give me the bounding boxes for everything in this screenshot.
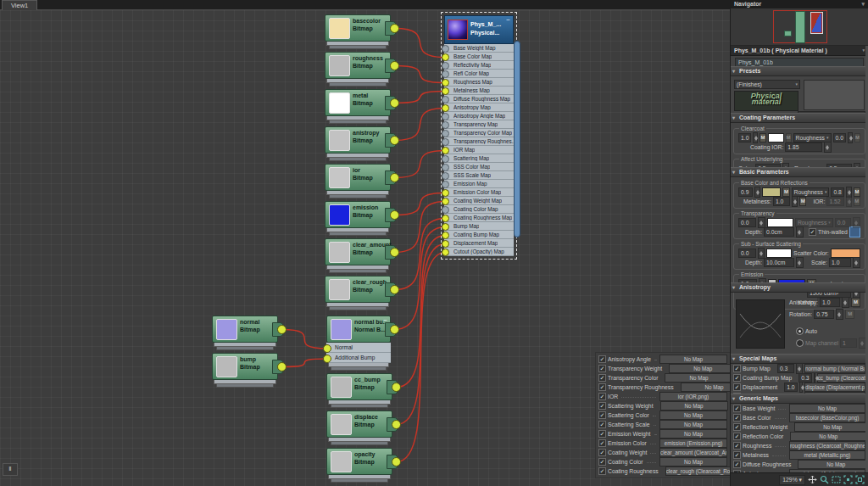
base-color-map-button[interactable]: M [782, 187, 789, 197]
pan-icon[interactable] [808, 475, 817, 484]
scale-field[interactable]: 1.0 [829, 258, 851, 267]
collapse-icon[interactable]: − [506, 17, 510, 24]
map-button[interactable]: No Map [669, 364, 731, 373]
bitmap-node-clear_rough[interactable]: clear_roughBitmap [325, 276, 391, 310]
transparency-roughness-spinner[interactable] [853, 217, 860, 228]
output-socket[interactable] [392, 457, 401, 466]
output-socket[interactable] [390, 285, 399, 294]
map-button[interactable]: No Map [659, 411, 727, 420]
input-slot[interactable]: Normal [326, 343, 391, 353]
map-channel-field[interactable]: 1 [840, 338, 857, 348]
bitmap-node-clear_amount[interactable]: clear_amountBitmap [325, 238, 391, 273]
checkbox[interactable]: ✓ [598, 430, 606, 438]
material-slot-displacement-map[interactable]: Displacement Map [444, 239, 514, 248]
coating-ior-spinner[interactable] [824, 142, 832, 153]
auto-radio[interactable] [796, 327, 804, 335]
output-socket[interactable] [390, 325, 399, 334]
input-socket[interactable] [442, 147, 449, 154]
zoom-extents-icon[interactable] [843, 475, 853, 484]
depth-spinner[interactable] [796, 226, 804, 237]
material-selector[interactable]: Phys_M_01b ( Physical Material ) ▾ [731, 46, 868, 56]
checkbox[interactable]: ✓ [598, 383, 606, 391]
material-slot-base-weight-map[interactable]: Base Weight Map [444, 44, 514, 53]
thin-walled-checkbox[interactable]: ✓ [809, 228, 816, 236]
node-scroll-handle[interactable] [514, 41, 520, 237]
amount-field[interactable]: 0.3 [777, 364, 794, 373]
checkbox[interactable]: ✓ [598, 467, 606, 475]
coating-ior-field[interactable]: 1.85 [785, 142, 822, 152]
material-slot-coating-weight-map[interactable]: Coating Weight Map [444, 197, 514, 205]
transparency-spinner[interactable] [758, 217, 765, 228]
material-slot-sss-color-map[interactable]: SSS Color Map [444, 163, 514, 171]
checkbox[interactable]: ✓ [733, 374, 741, 382]
tab-view1[interactable]: View1 [2, 0, 37, 10]
depth-field[interactable]: 0.0cm [764, 227, 794, 237]
checkbox[interactable]: ✓ [598, 439, 606, 447]
material-slot-bump-map[interactable]: Bump Map [444, 222, 514, 231]
checkbox[interactable]: ✓ [598, 449, 606, 456]
input-socket[interactable] [442, 249, 449, 256]
composite-node-normal_bump[interactable]: normal bu...Normal B...−NormalAdditional… [326, 316, 391, 371]
wire-clear_rough[interactable] [395, 219, 446, 290]
sss-weight-field[interactable]: 0.0 [738, 249, 756, 258]
map-button[interactable]: No Map [659, 457, 727, 466]
checkbox[interactable]: ✓ [598, 458, 606, 466]
rotation-field[interactable]: 0.75 [814, 310, 834, 319]
map-button[interactable]: emission (Emission.png) [659, 439, 727, 448]
transparency-field[interactable]: 0.0 [738, 218, 756, 227]
output-socket[interactable] [390, 61, 399, 70]
output-socket[interactable] [390, 98, 399, 108]
material-slot-coating-bump-map[interactable]: Coating Bump Map [444, 231, 514, 239]
material-slot-diffuse-roughness-map[interactable]: Diffuse Roughness Map [444, 95, 514, 103]
input-socket[interactable] [442, 70, 449, 78]
material-slot-scattering-map[interactable]: Scattering Map [444, 154, 514, 163]
checkbox[interactable]: ✓ [598, 393, 606, 400]
rollout-basic-parameters[interactable]: Basic Parameters [731, 167, 868, 177]
input-socket[interactable] [442, 232, 449, 239]
map-button[interactable]: No Map [659, 420, 727, 429]
checkbox[interactable]: ✓ [598, 402, 606, 410]
transparency-color-swatch[interactable] [767, 218, 793, 227]
material-slot-coating-color-map[interactable]: Coating Color Map [444, 205, 514, 214]
checkbox[interactable]: ✓ [598, 355, 606, 363]
navigator-titlebar[interactable]: Navigator ▾ [731, 0, 868, 8]
presets-dropdown[interactable]: (Finishes)▾ [734, 80, 800, 89]
map-button[interactable]: No Map [794, 422, 868, 432]
map-button[interactable]: roughness (Clearcoat_Roughness... [789, 441, 865, 450]
input-socket[interactable] [442, 79, 449, 87]
output-socket[interactable] [390, 173, 399, 182]
wire-normal_bump[interactable] [395, 227, 446, 330]
amount-spinner[interactable] [796, 363, 803, 374]
wire-bump[interactable] [282, 359, 328, 367]
bitmap-node-ior[interactable]: iorBitmap [325, 164, 391, 198]
bitmap-node-displace[interactable]: displaceBitmap [326, 411, 392, 445]
material-node-header[interactable]: Phys_M_...Physical...− [444, 15, 514, 44]
input-socket[interactable] [442, 206, 449, 214]
input-socket[interactable] [442, 62, 449, 70]
map-channel-radio[interactable] [796, 339, 804, 347]
sss-depth-field[interactable]: 10.0cm [764, 258, 794, 267]
checkbox[interactable]: ✓ [733, 442, 741, 450]
bitmap-node-metal[interactable]: metalBitmap [325, 89, 391, 124]
rollout-presets[interactable]: Presets [731, 66, 868, 76]
coating-color-swatch[interactable] [768, 133, 784, 142]
map-button[interactable]: No Map [681, 383, 731, 392]
map-button[interactable]: No Map [659, 429, 727, 439]
input-socket[interactable] [442, 130, 449, 137]
material-slot-coating-roughness-map[interactable]: Coating Roughness Map [444, 214, 514, 222]
zoom-level-dropdown[interactable]: 129% ▾ [779, 475, 805, 485]
input-socket[interactable] [442, 155, 449, 163]
output-socket[interactable] [277, 362, 287, 371]
amount-field[interactable]: 1.0 [784, 383, 797, 392]
map-button[interactable]: clear_rough (Clearcoat_Roughnes... [665, 466, 731, 476]
map-button[interactable]: ior (IOR.png) [659, 392, 727, 401]
material-slot-ior-map[interactable]: IOR Map [444, 146, 514, 154]
wire-basecolor[interactable] [395, 29, 446, 58]
navigator-menu-icon[interactable]: ▾ [861, 0, 865, 8]
checkbox[interactable]: ✓ [598, 411, 606, 419]
base-weight-field[interactable]: 0.9 [738, 187, 753, 197]
output-socket[interactable] [392, 383, 401, 392]
map-button[interactable]: No Map [790, 432, 866, 441]
map-button[interactable]: cc_bump (Clearcoat_Bump... [817, 373, 868, 383]
amount-spinner[interactable] [814, 372, 815, 383]
